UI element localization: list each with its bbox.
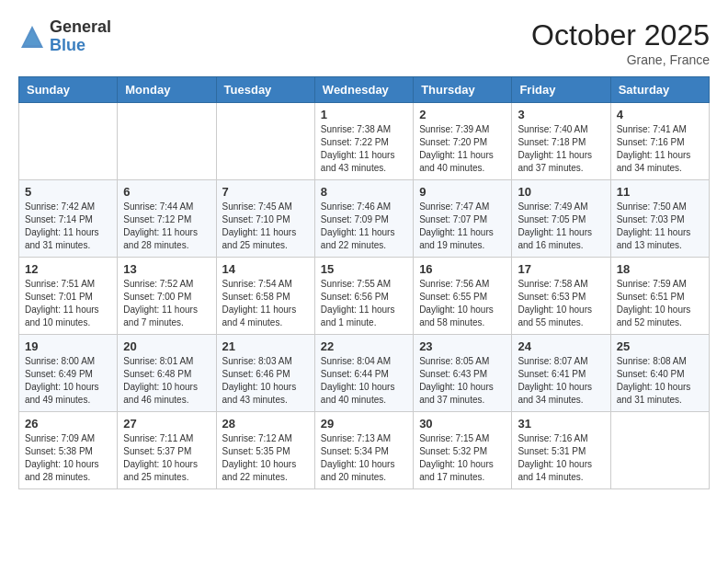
week-row-4: 19Sunrise: 8:00 AM Sunset: 6:49 PM Dayli… [19, 335, 710, 412]
day-info: Sunrise: 7:11 AM Sunset: 5:37 PM Dayligh… [123, 432, 210, 484]
header-saturday: Saturday [610, 77, 709, 103]
day-cell: 15Sunrise: 7:55 AM Sunset: 6:56 PM Dayli… [314, 258, 413, 335]
day-number: 12 [25, 262, 111, 276]
day-number: 10 [518, 185, 604, 199]
day-number: 14 [222, 262, 309, 276]
day-cell: 28Sunrise: 7:12 AM Sunset: 5:35 PM Dayli… [216, 412, 314, 489]
day-info: Sunrise: 7:12 AM Sunset: 5:35 PM Dayligh… [222, 432, 309, 484]
day-cell: 30Sunrise: 7:15 AM Sunset: 5:32 PM Dayli… [414, 412, 512, 489]
day-cell: 5Sunrise: 7:42 AM Sunset: 7:14 PM Daylig… [19, 180, 118, 258]
day-number: 7 [222, 185, 309, 199]
day-number: 30 [419, 417, 506, 431]
day-number: 28 [222, 417, 309, 431]
day-number: 24 [518, 339, 604, 353]
day-number: 26 [25, 417, 111, 431]
day-info: Sunrise: 7:58 AM Sunset: 6:53 PM Dayligh… [518, 278, 604, 329]
day-cell: 14Sunrise: 7:54 AM Sunset: 6:58 PM Dayli… [216, 258, 314, 335]
month-title: October 2025 [531, 18, 710, 52]
day-cell [216, 103, 314, 180]
day-number: 19 [25, 339, 111, 353]
day-cell: 8Sunrise: 7:46 AM Sunset: 7:09 PM Daylig… [314, 180, 413, 258]
day-cell [118, 103, 216, 180]
day-cell: 3Sunrise: 7:40 AM Sunset: 7:18 PM Daylig… [512, 103, 610, 180]
header-friday: Friday [512, 77, 610, 103]
header: General Blue October 2025 Grane, France [18, 18, 710, 67]
day-info: Sunrise: 7:50 AM Sunset: 7:03 PM Dayligh… [617, 201, 703, 252]
day-info: Sunrise: 8:00 AM Sunset: 6:49 PM Dayligh… [25, 355, 111, 407]
day-cell: 20Sunrise: 8:01 AM Sunset: 6:48 PM Dayli… [118, 335, 216, 412]
day-number: 25 [617, 339, 703, 353]
week-row-1: 1Sunrise: 7:38 AM Sunset: 7:22 PM Daylig… [19, 103, 710, 180]
day-number: 1 [321, 108, 407, 121]
day-info: Sunrise: 7:40 AM Sunset: 7:18 PM Dayligh… [518, 123, 604, 175]
day-number: 11 [617, 185, 703, 199]
day-info: Sunrise: 7:45 AM Sunset: 7:10 PM Dayligh… [222, 201, 309, 252]
day-info: Sunrise: 7:38 AM Sunset: 7:22 PM Dayligh… [321, 123, 407, 175]
day-info: Sunrise: 8:07 AM Sunset: 6:41 PM Dayligh… [518, 355, 604, 407]
day-number: 3 [518, 108, 604, 121]
day-cell: 16Sunrise: 7:56 AM Sunset: 6:55 PM Dayli… [414, 258, 512, 335]
day-number: 21 [222, 339, 309, 353]
day-info: Sunrise: 7:42 AM Sunset: 7:14 PM Dayligh… [25, 201, 111, 252]
day-number: 29 [321, 417, 407, 431]
day-cell: 2Sunrise: 7:39 AM Sunset: 7:20 PM Daylig… [414, 103, 512, 180]
day-info: Sunrise: 8:04 AM Sunset: 6:44 PM Dayligh… [321, 355, 407, 407]
day-cell: 22Sunrise: 8:04 AM Sunset: 6:44 PM Dayli… [314, 335, 413, 412]
day-number: 22 [321, 339, 407, 353]
day-info: Sunrise: 7:41 AM Sunset: 7:16 PM Dayligh… [617, 123, 703, 175]
day-info: Sunrise: 7:51 AM Sunset: 7:01 PM Dayligh… [25, 278, 111, 329]
logo-general: General [50, 18, 111, 37]
week-row-2: 5Sunrise: 7:42 AM Sunset: 7:14 PM Daylig… [19, 180, 710, 258]
day-number: 20 [123, 339, 210, 353]
day-cell: 24Sunrise: 8:07 AM Sunset: 6:41 PM Dayli… [512, 335, 610, 412]
weekday-header-row: Sunday Monday Tuesday Wednesday Thursday… [19, 77, 710, 103]
day-cell: 12Sunrise: 7:51 AM Sunset: 7:01 PM Dayli… [19, 258, 118, 335]
day-cell [610, 412, 709, 489]
day-cell: 19Sunrise: 8:00 AM Sunset: 6:49 PM Dayli… [19, 335, 118, 412]
day-info: Sunrise: 8:05 AM Sunset: 6:43 PM Dayligh… [419, 355, 506, 407]
day-cell: 18Sunrise: 7:59 AM Sunset: 6:51 PM Dayli… [610, 258, 709, 335]
day-cell: 31Sunrise: 7:16 AM Sunset: 5:31 PM Dayli… [512, 412, 610, 489]
page-container: General Blue October 2025 Grane, France … [18, 18, 710, 489]
day-cell: 26Sunrise: 7:09 AM Sunset: 5:38 PM Dayli… [19, 412, 118, 489]
day-info: Sunrise: 7:49 AM Sunset: 7:05 PM Dayligh… [518, 201, 604, 252]
day-info: Sunrise: 8:03 AM Sunset: 6:46 PM Dayligh… [222, 355, 309, 407]
day-number: 17 [518, 262, 604, 276]
day-cell: 10Sunrise: 7:49 AM Sunset: 7:05 PM Dayli… [512, 180, 610, 258]
day-cell: 1Sunrise: 7:38 AM Sunset: 7:22 PM Daylig… [314, 103, 413, 180]
day-cell: 29Sunrise: 7:13 AM Sunset: 5:34 PM Dayli… [314, 412, 413, 489]
logo-icon [18, 23, 46, 51]
day-cell [19, 103, 118, 180]
calendar: Sunday Monday Tuesday Wednesday Thursday… [18, 76, 710, 489]
week-row-5: 26Sunrise: 7:09 AM Sunset: 5:38 PM Dayli… [19, 412, 710, 489]
day-info: Sunrise: 7:13 AM Sunset: 5:34 PM Dayligh… [321, 432, 407, 484]
header-thursday: Thursday [414, 77, 512, 103]
day-cell: 9Sunrise: 7:47 AM Sunset: 7:07 PM Daylig… [414, 180, 512, 258]
day-number: 8 [321, 185, 407, 199]
day-info: Sunrise: 7:09 AM Sunset: 5:38 PM Dayligh… [25, 432, 111, 484]
location: Grane, France [531, 52, 710, 67]
day-number: 6 [123, 185, 210, 199]
logo-blue: Blue [50, 37, 111, 55]
day-number: 5 [25, 185, 111, 199]
header-wednesday: Wednesday [314, 77, 413, 103]
day-number: 13 [123, 262, 210, 276]
day-number: 2 [419, 108, 506, 121]
day-info: Sunrise: 7:56 AM Sunset: 6:55 PM Dayligh… [419, 278, 506, 329]
day-number: 15 [321, 262, 407, 276]
header-monday: Monday [118, 77, 216, 103]
day-info: Sunrise: 7:59 AM Sunset: 6:51 PM Dayligh… [617, 278, 703, 329]
day-number: 18 [617, 262, 703, 276]
header-tuesday: Tuesday [216, 77, 314, 103]
day-info: Sunrise: 7:54 AM Sunset: 6:58 PM Dayligh… [222, 278, 309, 329]
day-info: Sunrise: 7:52 AM Sunset: 7:00 PM Dayligh… [123, 278, 210, 329]
day-cell: 23Sunrise: 8:05 AM Sunset: 6:43 PM Dayli… [414, 335, 512, 412]
day-number: 4 [617, 108, 703, 121]
day-cell: 25Sunrise: 8:08 AM Sunset: 6:40 PM Dayli… [610, 335, 709, 412]
day-cell: 6Sunrise: 7:44 AM Sunset: 7:12 PM Daylig… [118, 180, 216, 258]
day-info: Sunrise: 7:55 AM Sunset: 6:56 PM Dayligh… [321, 278, 407, 329]
title-block: October 2025 Grane, France [531, 18, 710, 67]
day-info: Sunrise: 7:16 AM Sunset: 5:31 PM Dayligh… [518, 432, 604, 484]
week-row-3: 12Sunrise: 7:51 AM Sunset: 7:01 PM Dayli… [19, 258, 710, 335]
day-info: Sunrise: 7:39 AM Sunset: 7:20 PM Dayligh… [419, 123, 506, 175]
